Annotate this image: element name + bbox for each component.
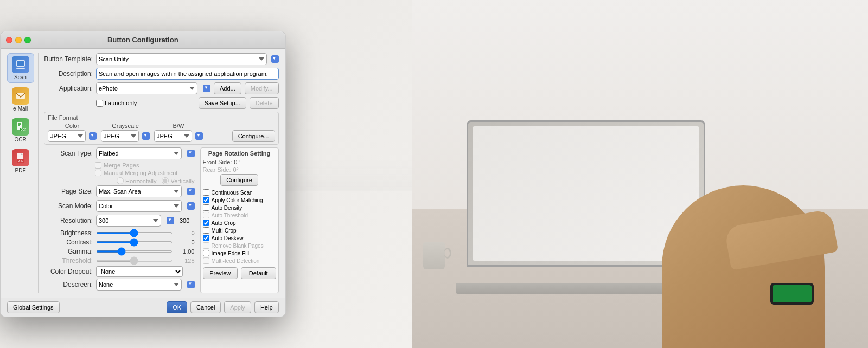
contrast-row: Contrast: 0	[44, 239, 195, 246]
color-dropout-select[interactable]: None	[96, 266, 183, 277]
scan-mode-select[interactable]: Color	[96, 200, 182, 212]
apply-color-matching-checkbox[interactable]	[203, 197, 209, 203]
launch-only-checkbox-label[interactable]: Launch only	[96, 100, 137, 107]
preview-button[interactable]: Preview	[203, 267, 238, 279]
scan-type-select[interactable]: Flatbed	[96, 147, 182, 159]
multi-feed-detection-checkbox[interactable]	[203, 257, 209, 264]
right-settings-panel: Page Rotation Setting Front Side: 0° Rea…	[200, 147, 279, 293]
image-edge-fill-row: Image Edge Fill	[203, 250, 276, 256]
add-button[interactable]: Add...	[214, 82, 241, 94]
auto-crop-text: Auto Crop	[212, 220, 236, 226]
auto-deskew-checkbox[interactable]	[203, 235, 209, 241]
remove-blank-pages-checkbox[interactable]	[203, 242, 209, 249]
image-edge-fill-checkbox[interactable]	[203, 250, 209, 256]
scan-mode-row: Scan Mode: Color	[44, 200, 195, 212]
orientation-radio-group: Horizontally Vertically	[117, 177, 195, 184]
gamma-value: 1.00	[176, 248, 195, 255]
dialog-titlebar: Button Configuration	[1, 31, 285, 49]
vertically-label[interactable]: Vertically	[162, 177, 194, 184]
descreen-label: Descreen:	[44, 281, 93, 288]
brightness-value: 0	[176, 230, 195, 236]
rear-side-value: 0°	[233, 166, 239, 173]
ok-button[interactable]: OK	[167, 301, 187, 313]
manual-merging-checkbox[interactable]	[95, 170, 101, 176]
merge-pages-checkbox[interactable]	[95, 162, 101, 169]
horizontally-radio[interactable]	[117, 177, 124, 184]
auto-threshold-checkbox[interactable]	[203, 212, 209, 218]
svg-rect-1	[17, 61, 24, 66]
merge-pages-row: Merge Pages	[95, 162, 195, 169]
sidebar-label-email: e-Mail	[13, 106, 28, 112]
vertically-text: Vertically	[170, 178, 194, 184]
vertically-radio[interactable]	[162, 177, 169, 184]
delete-button[interactable]: Delete	[250, 97, 279, 109]
description-input[interactable]	[96, 68, 279, 80]
mug-handle	[444, 248, 451, 259]
bw-col-header: B/W	[154, 123, 203, 129]
front-side-row: Front Side: 0°	[203, 159, 276, 165]
application-select[interactable]: ePhoto	[96, 82, 197, 94]
color-dropout-label: Color Dropout:	[44, 268, 93, 275]
bw-format-select[interactable]: JPEG	[154, 130, 192, 142]
descreen-row: Descreen: None	[44, 279, 195, 291]
svg-rect-5	[18, 123, 21, 124]
close-button[interactable]	[6, 37, 12, 43]
two-panel: Scan Type: Flatbed Merge Pages	[44, 147, 279, 293]
page-size-select[interactable]: Max. Scan Area	[96, 185, 182, 197]
format-configure-button[interactable]: Configure...	[232, 130, 275, 142]
save-setup-button[interactable]: Save Setup...	[199, 97, 246, 109]
scan-mode-arrow	[187, 202, 195, 210]
cancel-button[interactable]: Cancel	[190, 301, 221, 313]
global-settings-button[interactable]: Global Settings	[7, 301, 60, 313]
apply-button[interactable]: Apply	[224, 301, 251, 313]
default-button[interactable]: Default	[241, 267, 276, 279]
rear-side-row: Rear Side: 0°	[203, 166, 276, 173]
help-button[interactable]: Help	[254, 301, 279, 313]
sidebar-label-ocr: OCR	[14, 137, 26, 143]
brightness-slider[interactable]	[96, 232, 173, 234]
svg-text:OCR: OCR	[21, 128, 26, 131]
sidebar-item-email[interactable]: e-Mail	[7, 85, 34, 114]
auto-deskew-text: Auto Deskew	[212, 235, 244, 241]
maximize-button[interactable]	[24, 37, 31, 43]
launch-row: Launch only Save Setup... Delete	[44, 97, 279, 109]
continuous-scan-checkbox[interactable]	[203, 189, 209, 196]
horizontally-label[interactable]: Horizontally	[117, 177, 156, 184]
photo-background	[412, 0, 868, 348]
color-format-col: Color JPEG	[48, 123, 97, 142]
multi-crop-row: Multi-Crop	[203, 227, 276, 234]
sidebar-item-scan[interactable]: Scan	[7, 53, 34, 83]
rotation-configure-button[interactable]: Configure	[220, 174, 258, 186]
grayscale-format-col: Grayscale JPEG	[101, 123, 150, 142]
dropdown-arrow-icon	[271, 55, 279, 63]
multi-crop-checkbox[interactable]	[203, 227, 209, 234]
launch-only-text: Launch only	[105, 100, 137, 106]
minimize-button[interactable]	[15, 37, 22, 43]
auto-crop-checkbox[interactable]	[203, 220, 209, 226]
gamma-row: Gamma: 1.00	[44, 248, 195, 255]
gamma-slider[interactable]	[96, 250, 173, 253]
scan-type-label: Scan Type:	[44, 150, 93, 157]
remove-blank-pages-row: Remove Blank Pages	[203, 242, 276, 249]
grayscale-format-select[interactable]: JPEG	[101, 130, 139, 142]
multi-feed-detection-text: Multi-feed Detection	[212, 258, 260, 264]
descreen-select[interactable]: None	[96, 279, 182, 291]
auto-density-checkbox[interactable]	[203, 204, 209, 211]
svg-rect-7	[18, 125, 20, 126]
bw-format-arrow	[195, 132, 203, 140]
resolution-select[interactable]: 300	[96, 215, 161, 227]
person-hands	[570, 131, 868, 348]
button-template-select[interactable]: Scan Utility	[96, 53, 267, 65]
sidebar-item-ocr[interactable]: OCR OCR	[7, 116, 34, 145]
launch-only-checkbox[interactable]	[96, 100, 103, 107]
threshold-slider[interactable]	[96, 260, 173, 262]
color-format-select[interactable]: JPEG	[48, 130, 86, 142]
contrast-slider[interactable]	[96, 241, 173, 243]
sidebar-item-pdf[interactable]: PDF PDF	[7, 147, 34, 176]
auto-density-text: Auto Density	[212, 205, 242, 211]
sidebar-label-pdf: PDF	[15, 167, 26, 173]
modify-button[interactable]: Modify...	[245, 82, 279, 94]
continuous-scan-row: Continuous Scan	[203, 189, 276, 196]
dialog-window: Button Configuration Scan	[0, 31, 286, 317]
pdf-icon: PDF	[12, 149, 29, 166]
